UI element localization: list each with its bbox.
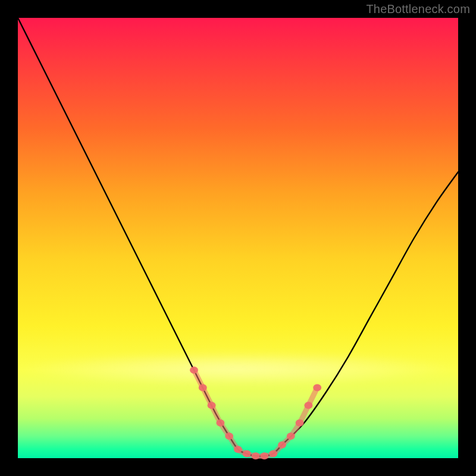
marker-dot: [208, 402, 216, 409]
marker-group: [190, 367, 321, 459]
marker-dot: [225, 433, 233, 440]
watermark-text: TheBottleneck.com: [366, 2, 470, 16]
marker-dot: [278, 441, 286, 449]
marker-dot: [260, 452, 268, 459]
marker-dot: [216, 419, 224, 427]
plot-area: [18, 18, 458, 458]
curve-layer: [18, 18, 458, 458]
marker-dot: [313, 384, 321, 392]
marker-dot: [190, 367, 198, 374]
bottleneck-curve: [18, 18, 458, 456]
marker-dot: [296, 419, 304, 427]
marker-dot: [243, 450, 251, 458]
chart-frame: TheBottleneck.com: [0, 0, 476, 476]
marker-connector: [194, 370, 317, 456]
marker-dot: [287, 433, 295, 440]
marker-dot: [234, 446, 242, 453]
marker-dot: [269, 450, 277, 458]
marker-dot: [252, 452, 260, 459]
marker-dot: [199, 384, 207, 392]
marker-dot: [304, 402, 312, 409]
